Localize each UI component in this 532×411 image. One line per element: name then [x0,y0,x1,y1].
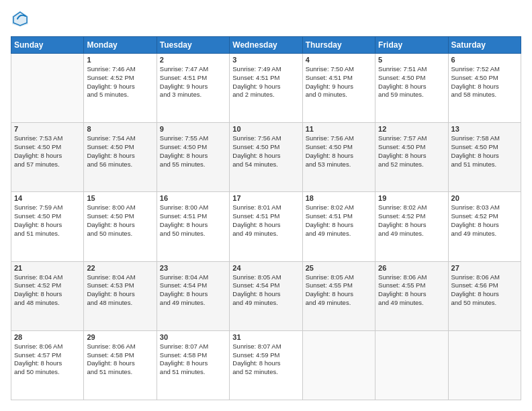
logo-icon [11,9,30,28]
day-number: 25 [306,264,372,272]
day-number: 5 [378,56,445,64]
day-number: 27 [451,264,518,272]
logo [11,11,31,30]
day-info: Sunrise: 8:06 AM Sunset: 4:58 PM Dayligh… [87,342,153,377]
day-number: 20 [451,194,518,202]
weekday-header-friday: Friday [375,37,448,54]
calendar-cell: 29Sunrise: 8:06 AM Sunset: 4:58 PM Dayli… [84,330,157,400]
day-number: 10 [232,125,299,133]
day-info: Sunrise: 8:00 AM Sunset: 4:50 PM Dayligh… [87,203,153,238]
day-number: 23 [160,264,226,272]
day-number: 11 [306,125,372,133]
day-info: Sunrise: 7:52 AM Sunset: 4:50 PM Dayligh… [451,65,518,99]
day-number: 6 [451,56,518,64]
day-info: Sunrise: 7:53 AM Sunset: 4:50 PM Dayligh… [14,134,81,169]
day-info: Sunrise: 7:56 AM Sunset: 4:50 PM Dayligh… [306,134,372,169]
day-info: Sunrise: 8:03 AM Sunset: 4:52 PM Dayligh… [451,203,518,238]
calendar-cell [375,330,448,400]
weekday-header-row: SundayMondayTuesdayWednesdayThursdayFrid… [11,37,521,54]
calendar-cell: 30Sunrise: 8:07 AM Sunset: 4:58 PM Dayli… [157,330,229,400]
calendar-cell: 3Sunrise: 7:49 AM Sunset: 4:51 PM Daylig… [230,54,302,123]
calendar-cell: 22Sunrise: 8:04 AM Sunset: 4:53 PM Dayli… [84,261,157,330]
calendar-cell: 23Sunrise: 8:04 AM Sunset: 4:54 PM Dayli… [157,261,229,330]
calendar-cell: 14Sunrise: 7:59 AM Sunset: 4:50 PM Dayli… [11,192,84,261]
day-info: Sunrise: 8:07 AM Sunset: 4:58 PM Dayligh… [160,342,226,377]
day-number: 17 [232,194,299,202]
day-info: Sunrise: 7:47 AM Sunset: 4:51 PM Dayligh… [160,65,226,99]
calendar-week-row: 14Sunrise: 7:59 AM Sunset: 4:50 PM Dayli… [11,192,521,261]
day-number: 19 [378,194,445,202]
day-number: 22 [87,264,153,272]
calendar-cell: 4Sunrise: 7:50 AM Sunset: 4:51 PM Daylig… [302,54,375,123]
calendar-cell: 7Sunrise: 7:53 AM Sunset: 4:50 PM Daylig… [11,123,84,192]
day-info: Sunrise: 8:06 AM Sunset: 4:57 PM Dayligh… [14,342,81,377]
weekday-header-tuesday: Tuesday [157,37,229,54]
weekday-header-sunday: Sunday [11,37,84,54]
day-info: Sunrise: 7:57 AM Sunset: 4:50 PM Dayligh… [378,134,445,169]
day-info: Sunrise: 8:05 AM Sunset: 4:55 PM Dayligh… [306,273,372,308]
day-info: Sunrise: 7:46 AM Sunset: 4:52 PM Dayligh… [87,65,153,99]
calendar-cell: 13Sunrise: 7:58 AM Sunset: 4:50 PM Dayli… [448,123,521,192]
day-info: Sunrise: 7:58 AM Sunset: 4:50 PM Dayligh… [451,134,518,169]
calendar-cell: 5Sunrise: 7:51 AM Sunset: 4:50 PM Daylig… [375,54,448,123]
page: SundayMondayTuesdayWednesdayThursdayFrid… [0,0,532,411]
calendar-cell: 26Sunrise: 8:06 AM Sunset: 4:55 PM Dayli… [375,261,448,330]
calendar-table: SundayMondayTuesdayWednesdayThursdayFrid… [11,36,521,400]
calendar-cell: 10Sunrise: 7:56 AM Sunset: 4:50 PM Dayli… [230,123,302,192]
day-number: 15 [87,194,153,202]
day-number: 1 [87,56,153,64]
day-info: Sunrise: 7:59 AM Sunset: 4:50 PM Dayligh… [14,203,81,238]
calendar-cell: 8Sunrise: 7:54 AM Sunset: 4:50 PM Daylig… [84,123,157,192]
svg-marker-0 [12,11,28,27]
calendar-cell: 18Sunrise: 8:02 AM Sunset: 4:51 PM Dayli… [302,192,375,261]
day-info: Sunrise: 8:02 AM Sunset: 4:52 PM Dayligh… [378,203,445,238]
day-info: Sunrise: 8:06 AM Sunset: 4:55 PM Dayligh… [378,273,445,308]
day-info: Sunrise: 7:55 AM Sunset: 4:50 PM Dayligh… [160,134,226,169]
day-info: Sunrise: 7:54 AM Sunset: 4:50 PM Dayligh… [87,134,153,169]
day-number: 2 [160,56,226,64]
day-info: Sunrise: 7:56 AM Sunset: 4:50 PM Dayligh… [232,134,299,169]
weekday-header-saturday: Saturday [448,37,521,54]
day-number: 24 [232,264,299,272]
day-number: 28 [14,333,81,341]
day-number: 29 [87,333,153,341]
weekday-header-monday: Monday [84,37,157,54]
calendar-cell: 21Sunrise: 8:04 AM Sunset: 4:52 PM Dayli… [11,261,84,330]
day-info: Sunrise: 8:04 AM Sunset: 4:52 PM Dayligh… [14,273,81,308]
calendar-cell: 25Sunrise: 8:05 AM Sunset: 4:55 PM Dayli… [302,261,375,330]
day-info: Sunrise: 8:02 AM Sunset: 4:51 PM Dayligh… [306,203,372,238]
day-number: 30 [160,333,226,341]
day-number: 8 [87,125,153,133]
day-number: 9 [160,125,226,133]
calendar-cell: 16Sunrise: 8:00 AM Sunset: 4:51 PM Dayli… [157,192,229,261]
calendar-cell: 24Sunrise: 8:05 AM Sunset: 4:54 PM Dayli… [230,261,302,330]
calendar-week-row: 21Sunrise: 8:04 AM Sunset: 4:52 PM Dayli… [11,261,521,330]
calendar-week-row: 28Sunrise: 8:06 AM Sunset: 4:57 PM Dayli… [11,330,521,400]
day-number: 12 [378,125,445,133]
calendar-cell: 20Sunrise: 8:03 AM Sunset: 4:52 PM Dayli… [448,192,521,261]
calendar-cell: 2Sunrise: 7:47 AM Sunset: 4:51 PM Daylig… [157,54,229,123]
calendar-cell: 27Sunrise: 8:06 AM Sunset: 4:56 PM Dayli… [448,261,521,330]
day-info: Sunrise: 7:50 AM Sunset: 4:51 PM Dayligh… [306,65,372,99]
day-info: Sunrise: 8:05 AM Sunset: 4:54 PM Dayligh… [232,273,299,308]
day-info: Sunrise: 8:04 AM Sunset: 4:53 PM Dayligh… [87,273,153,308]
day-number: 26 [378,264,445,272]
day-number: 18 [306,194,372,202]
day-number: 7 [14,125,81,133]
calendar-cell: 11Sunrise: 7:56 AM Sunset: 4:50 PM Dayli… [302,123,375,192]
day-info: Sunrise: 8:01 AM Sunset: 4:51 PM Dayligh… [232,203,299,238]
day-info: Sunrise: 7:51 AM Sunset: 4:50 PM Dayligh… [378,65,445,99]
day-info: Sunrise: 8:06 AM Sunset: 4:56 PM Dayligh… [451,273,518,308]
calendar-cell: 15Sunrise: 8:00 AM Sunset: 4:50 PM Dayli… [84,192,157,261]
day-number: 4 [306,56,372,64]
calendar-cell: 6Sunrise: 7:52 AM Sunset: 4:50 PM Daylig… [448,54,521,123]
calendar-cell: 1Sunrise: 7:46 AM Sunset: 4:52 PM Daylig… [84,54,157,123]
calendar-week-row: 1Sunrise: 7:46 AM Sunset: 4:52 PM Daylig… [11,54,521,123]
weekday-header-wednesday: Wednesday [230,37,302,54]
calendar-cell [448,330,521,400]
calendar-cell: 28Sunrise: 8:06 AM Sunset: 4:57 PM Dayli… [11,330,84,400]
day-number: 14 [14,194,81,202]
calendar-cell: 19Sunrise: 8:02 AM Sunset: 4:52 PM Dayli… [375,192,448,261]
calendar-week-row: 7Sunrise: 7:53 AM Sunset: 4:50 PM Daylig… [11,123,521,192]
day-info: Sunrise: 8:07 AM Sunset: 4:59 PM Dayligh… [232,342,299,377]
